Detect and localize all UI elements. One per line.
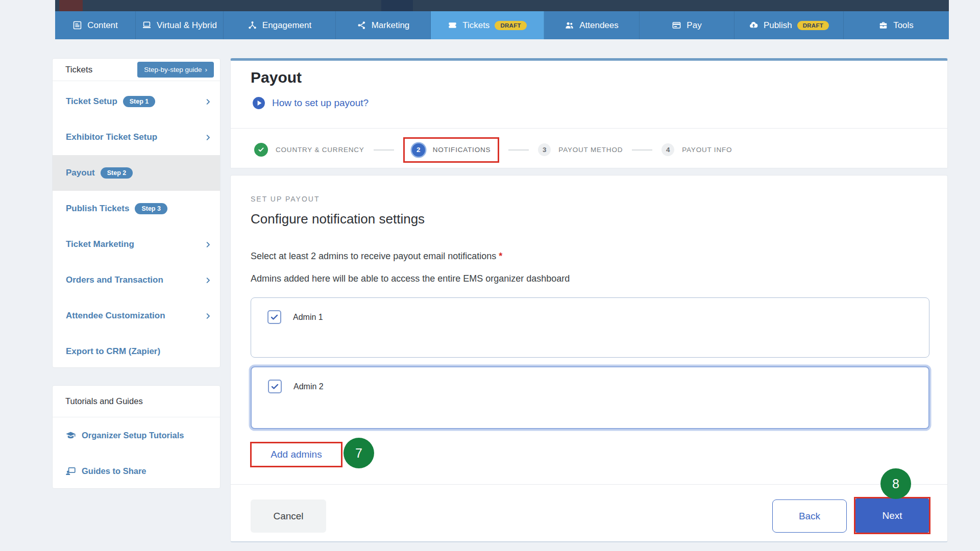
- draft-badge: DRAFT: [495, 21, 526, 30]
- chevron-right-icon: [204, 312, 212, 320]
- nav-tab-tickets[interactable]: Tickets DRAFT: [431, 11, 544, 39]
- tickets-sidebar: Tickets Step-by-step guide › Ticket Setu…: [52, 58, 220, 368]
- cloud-upload-icon: [749, 20, 758, 30]
- graduation-cap-icon: [65, 430, 76, 441]
- nav-tab-label: Attendees: [579, 20, 619, 31]
- nav-tab-label: Tools: [893, 20, 914, 31]
- stepper-step-country-currency[interactable]: COUNTRY & CURRENCY: [254, 143, 364, 157]
- nav-tab-label: Content: [87, 20, 118, 31]
- payout-stepper: COUNTRY & CURRENCY 2 NOTIFICATIONS 3 PAY…: [231, 128, 947, 171]
- stepper-step-label: PAYOUT INFO: [682, 146, 732, 154]
- card-icon: [672, 20, 681, 30]
- sidebar-item-guides-to-share[interactable]: Guides to Share: [53, 453, 220, 489]
- stepper-step-label: COUNTRY & CURRENCY: [276, 146, 364, 154]
- step-number-circle: 3: [538, 143, 551, 156]
- sidebar-item-organizer-setup-tutorials[interactable]: Organizer Setup Tutorials: [53, 417, 220, 453]
- admin-label: Admin 2: [293, 382, 324, 391]
- top-strip-segment: [59, 0, 83, 11]
- notification-settings-card: SET UP PAYOUT Configure notification set…: [230, 175, 948, 542]
- help-link-label: How to set up payout?: [272, 97, 369, 109]
- tutorials-sidebar: Tutorials and Guides Organizer Setup Tut…: [52, 385, 220, 489]
- nav-tab-engagement[interactable]: Engagement: [224, 11, 336, 39]
- add-admins-link[interactable]: Add admins: [271, 449, 322, 460]
- users-icon: [565, 20, 574, 30]
- payout-header-card: Payout How to set up payout? COUNTRY & C…: [230, 58, 948, 168]
- back-button[interactable]: Back: [772, 499, 847, 533]
- main-navbar: Content Virtual & Hybrid Engagement Mark…: [55, 11, 949, 39]
- section-label: SET UP PAYOUT: [251, 195, 320, 203]
- share-icon: [357, 20, 366, 30]
- ticket-icon: [448, 20, 457, 30]
- admin-2-card[interactable]: Admin 2: [251, 366, 929, 429]
- nav-tab-pay[interactable]: Pay: [640, 11, 734, 39]
- browser-top-strip: [55, 0, 949, 11]
- nav-tab-virtual-hybrid[interactable]: Virtual & Hybrid: [136, 11, 224, 39]
- step-badge: Step 3: [135, 203, 167, 214]
- nav-tab-publish[interactable]: Publish DRAFT: [734, 11, 844, 39]
- draft-badge: DRAFT: [797, 21, 829, 30]
- step-badge: Step 2: [101, 167, 133, 179]
- guides-icon: [65, 466, 76, 477]
- nav-tab-attendees[interactable]: Attendees: [544, 11, 640, 39]
- sidebar-item-export-to-crm[interactable]: Export to CRM (Zapier): [53, 334, 220, 369]
- stepper-step-label: PAYOUT METHOD: [558, 146, 623, 154]
- nav-tab-content[interactable]: Content: [55, 11, 136, 39]
- admin-label: Admin 1: [293, 313, 323, 322]
- annotation-red-box-next: Next: [854, 497, 930, 534]
- admin-2-checkbox[interactable]: [268, 380, 282, 393]
- top-strip-segment: [381, 0, 413, 11]
- article-icon: [72, 20, 82, 30]
- sidebar-item-attendee-customization[interactable]: Attendee Customization: [53, 298, 220, 334]
- sidebar-items: Ticket Setup Step 1 Exhibitor Ticket Set…: [53, 81, 220, 369]
- step-badge: Step 1: [123, 96, 156, 107]
- sidebar-item-label: Organizer Setup Tutorials: [82, 431, 184, 440]
- annotation-step-8-badge: 8: [880, 468, 911, 499]
- sidebar-item-label: Guides to Share: [82, 466, 146, 476]
- chevron-right-icon: [204, 277, 212, 284]
- nav-tab-label: Marketing: [372, 20, 410, 31]
- laptop-icon: [142, 20, 152, 30]
- section-heading: Configure notification settings: [251, 211, 425, 227]
- nav-tab-tools[interactable]: Tools: [844, 11, 948, 39]
- sidebar-item-label: Attendee Customization: [66, 311, 165, 321]
- network-icon: [248, 20, 257, 30]
- sidebar-item-label: Export to CRM (Zapier): [66, 346, 160, 357]
- nav-tab-marketing[interactable]: Marketing: [336, 11, 431, 39]
- chevron-right-icon: [204, 134, 212, 141]
- nav-tab-label: Publish: [764, 20, 792, 31]
- sidebar-item-ticket-setup[interactable]: Ticket Setup Step 1: [53, 84, 220, 119]
- stepper-step-payout-method[interactable]: 3 PAYOUT METHOD: [538, 143, 623, 156]
- step-by-step-guide-button[interactable]: Step-by-step guide ›: [137, 62, 214, 78]
- sidebar-item-orders-and-transaction[interactable]: Orders and Transaction: [53, 262, 220, 298]
- sidebar-item-label: Payout: [66, 168, 95, 178]
- required-marker: *: [499, 251, 502, 261]
- nav-tab-label: Tickets: [462, 20, 489, 31]
- stepper-step-payout-info[interactable]: 4 PAYOUT INFO: [662, 143, 732, 156]
- tutorials-header: Tutorials and Guides: [53, 386, 220, 417]
- stepper-step-notifications[interactable]: 2 NOTIFICATIONS: [412, 143, 491, 157]
- admin-1-checkbox[interactable]: [267, 310, 281, 324]
- cancel-button[interactable]: Cancel: [251, 499, 326, 533]
- instruction-text: Select at least 2 admins to receive payo…: [251, 251, 502, 262]
- sidebar-item-payout[interactable]: Payout Step 2: [53, 155, 220, 191]
- nav-tab-label: Engagement: [262, 20, 311, 31]
- admin-1-card[interactable]: Admin 1: [251, 297, 929, 358]
- how-to-setup-payout-link[interactable]: How to set up payout?: [252, 96, 369, 110]
- chevron-right-icon: [204, 98, 212, 106]
- play-circle-icon: [252, 96, 265, 110]
- note-text: Admins added here will be able to access…: [251, 273, 570, 284]
- nav-tab-label: Virtual & Hybrid: [157, 20, 217, 31]
- admin-row: Admin 2: [268, 380, 928, 393]
- sidebar-item-label: Orders and Transaction: [66, 275, 163, 285]
- step-number-circle: 2: [412, 143, 425, 157]
- instruction-label: Select at least 2 admins to receive payo…: [251, 251, 496, 261]
- sidebar-item-exhibitor-ticket-setup[interactable]: Exhibitor Ticket Setup: [53, 119, 220, 155]
- sidebar-item-publish-tickets[interactable]: Publish Tickets Step 3: [53, 191, 220, 227]
- check-circle-icon: [254, 143, 268, 157]
- chevron-right-icon: [204, 241, 212, 248]
- sidebar-item-ticket-marketing[interactable]: Ticket Marketing: [53, 227, 220, 262]
- footer-divider: [231, 484, 947, 485]
- stepper-connector: [374, 149, 394, 151]
- stepper-connector: [632, 149, 652, 151]
- next-button[interactable]: Next: [855, 498, 929, 533]
